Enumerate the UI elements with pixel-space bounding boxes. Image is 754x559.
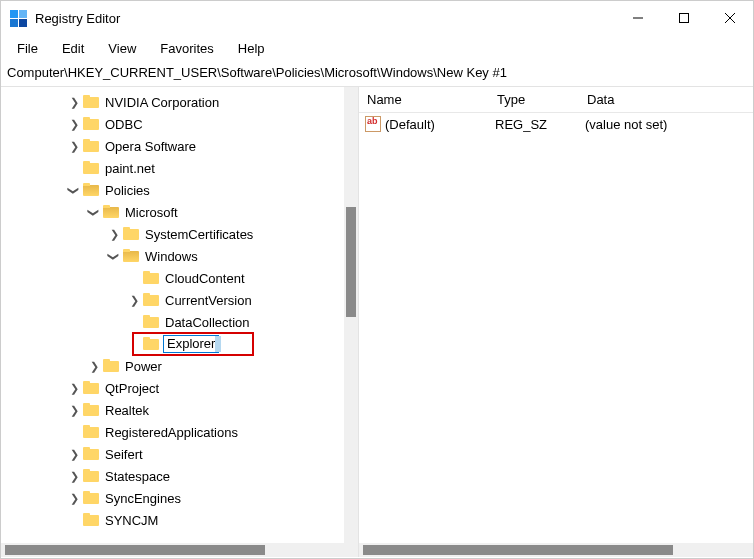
menu-edit[interactable]: Edit: [52, 39, 94, 58]
folder-icon: [83, 161, 99, 175]
app-icon: [9, 9, 27, 27]
tree-item-explorer[interactable]: ❯ Explorer: [1, 333, 358, 355]
tree-item-statespace[interactable]: ❯ Statespace: [1, 465, 358, 487]
tree-horizontal-scrollbar[interactable]: [1, 543, 358, 557]
chevron-right-icon[interactable]: ❯: [67, 403, 81, 417]
folder-icon: [83, 117, 99, 131]
tree-item-windows[interactable]: ❯ Windows: [1, 245, 358, 267]
tree-item-syncengines[interactable]: ❯ SyncEngines: [1, 487, 358, 509]
content-area: ❯ NVIDIA Corporation ❯ ODBC ❯ Opera Soft…: [1, 87, 753, 557]
menu-view[interactable]: View: [98, 39, 146, 58]
tree-item-power[interactable]: ❯ Power: [1, 355, 358, 377]
tree-item-syncjm[interactable]: ❯ SYNCJM: [1, 509, 358, 531]
folder-icon: [123, 227, 139, 241]
tree-item-realtek[interactable]: ❯ Realtek: [1, 399, 358, 421]
list-header: Name Type Data: [359, 87, 753, 113]
tree-item-cloudcontent[interactable]: ❯ CloudContent: [1, 267, 358, 289]
svg-rect-1: [680, 14, 689, 23]
close-button[interactable]: [707, 1, 753, 35]
tree-item-paintnet[interactable]: ❯ paint.net: [1, 157, 358, 179]
chevron-right-icon[interactable]: ❯: [87, 359, 101, 373]
folder-open-icon: [123, 249, 139, 263]
tree-pane: ❯ NVIDIA Corporation ❯ ODBC ❯ Opera Soft…: [1, 87, 359, 557]
chevron-right-icon[interactable]: ❯: [127, 293, 141, 307]
window-title: Registry Editor: [35, 11, 615, 26]
folder-open-icon: [103, 205, 119, 219]
tree-item-qtproject[interactable]: ❯ QtProject: [1, 377, 358, 399]
menu-favorites[interactable]: Favorites: [150, 39, 223, 58]
chevron-right-icon[interactable]: ❯: [67, 447, 81, 461]
value-data: (value not set): [585, 117, 753, 132]
tree-item-seifert[interactable]: ❯ Seifert: [1, 443, 358, 465]
value-name: (Default): [385, 117, 495, 132]
titlebar: Registry Editor: [1, 1, 753, 35]
tree-item-regapps[interactable]: ❯ RegisteredApplications: [1, 421, 358, 443]
tree-item-currentversion[interactable]: ❯ CurrentVersion: [1, 289, 358, 311]
address-bar[interactable]: Computer\HKEY_CURRENT_USER\Software\Poli…: [1, 61, 753, 87]
chevron-right-icon[interactable]: ❯: [67, 381, 81, 395]
folder-icon: [103, 359, 119, 373]
tree-item-odbc[interactable]: ❯ ODBC: [1, 113, 358, 135]
menu-help[interactable]: Help: [228, 39, 275, 58]
folder-icon: [83, 95, 99, 109]
string-value-icon: [365, 116, 381, 132]
column-data[interactable]: Data: [579, 92, 753, 107]
tree-item-systemcerts[interactable]: ❯ SystemCertificates: [1, 223, 358, 245]
chevron-right-icon[interactable]: ❯: [67, 491, 81, 505]
folder-icon: [83, 513, 99, 527]
tree-item-opera[interactable]: ❯ Opera Software: [1, 135, 358, 157]
tree-item-policies[interactable]: ❯ Policies: [1, 179, 358, 201]
folder-icon: [83, 491, 99, 505]
menu-file[interactable]: File: [7, 39, 48, 58]
column-name[interactable]: Name: [359, 92, 489, 107]
chevron-down-icon[interactable]: ❯: [87, 205, 101, 219]
folder-icon: [83, 447, 99, 461]
chevron-down-icon[interactable]: ❯: [67, 183, 81, 197]
chevron-right-icon[interactable]: ❯: [67, 117, 81, 131]
folder-icon: [143, 271, 159, 285]
list-pane: Name Type Data (Default) REG_SZ (value n…: [359, 87, 753, 557]
tree-item-microsoft[interactable]: ❯ Microsoft: [1, 201, 358, 223]
folder-icon: [143, 293, 159, 307]
folder-icon: [83, 139, 99, 153]
chevron-right-icon[interactable]: ❯: [67, 469, 81, 483]
maximize-button[interactable]: [661, 1, 707, 35]
value-type: REG_SZ: [495, 117, 585, 132]
tree-item-nvidia[interactable]: ❯ NVIDIA Corporation: [1, 91, 358, 113]
tree-vertical-scrollbar[interactable]: [344, 87, 358, 543]
chevron-right-icon[interactable]: ❯: [67, 139, 81, 153]
folder-icon: [83, 425, 99, 439]
folder-icon: [83, 381, 99, 395]
chevron-down-icon[interactable]: ❯: [107, 249, 121, 263]
window-controls: [615, 1, 753, 35]
menubar: File Edit View Favorites Help: [1, 35, 753, 61]
tree-item-datacollection[interactable]: ❯ DataCollection: [1, 311, 358, 333]
folder-icon: [143, 315, 159, 329]
chevron-right-icon[interactable]: ❯: [67, 95, 81, 109]
folder-open-icon: [83, 183, 99, 197]
folder-icon: [83, 469, 99, 483]
list-row[interactable]: (Default) REG_SZ (value not set): [359, 113, 753, 135]
rename-input[interactable]: Explorer: [163, 335, 219, 353]
list-horizontal-scrollbar[interactable]: [359, 543, 753, 557]
chevron-right-icon[interactable]: ❯: [107, 227, 121, 241]
column-type[interactable]: Type: [489, 92, 579, 107]
folder-icon: [143, 337, 159, 351]
folder-icon: [83, 403, 99, 417]
minimize-button[interactable]: [615, 1, 661, 35]
